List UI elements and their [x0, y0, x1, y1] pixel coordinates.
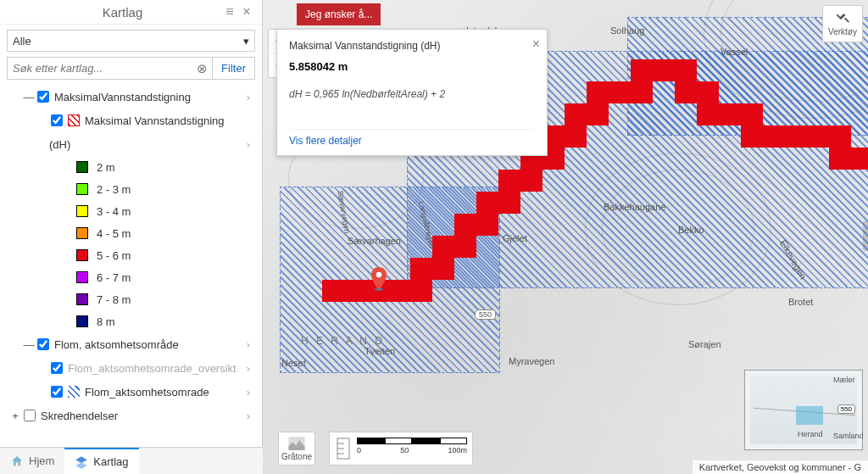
chevron-right-icon[interactable]: › [238, 386, 259, 399]
flood-cell [476, 192, 498, 214]
category-select-value: Alle [13, 35, 31, 47]
flood-cell [609, 81, 631, 103]
flood-cell [565, 125, 587, 148]
legend-swatch [76, 205, 88, 217]
layer-checkbox[interactable] [51, 386, 63, 398]
chevron-right-icon[interactable]: › [238, 91, 259, 103]
road-badge: 550 [475, 309, 496, 320]
bottom-tabs: Hjem Kartlag [0, 447, 263, 474]
i-want-to-button[interactable]: Jeg ønsker å... [297, 3, 381, 25]
tools-icon [835, 12, 850, 25]
flood-cell [697, 81, 719, 103]
layer-checkbox[interactable] [37, 91, 49, 103]
expand-icon[interactable]: + [8, 410, 22, 422]
flood-cell [388, 280, 410, 302]
flood-cell [410, 258, 432, 280]
flood-cell [498, 170, 520, 192]
scale-bar: 0 50 100m [329, 432, 473, 466]
flood-cell [741, 103, 763, 125]
place-label: Bakkehaugane [604, 202, 665, 212]
layer-checkbox[interactable] [24, 410, 36, 421]
flood-cell [807, 125, 829, 148]
place-label: Sørajen [688, 339, 721, 349]
flood-cell [829, 148, 851, 170]
collapse-icon[interactable]: — [22, 91, 36, 103]
legend-swatch [76, 271, 88, 283]
svg-point-0 [376, 272, 382, 278]
legend-item: 7 - 8 m [0, 288, 262, 310]
tab-hjem[interactable]: Hjem [0, 448, 64, 474]
layer-symbol-icon [68, 386, 80, 398]
legend-item: 2 - 3 m [0, 178, 262, 200]
layer-item-label: Flom_aktsomhetsomrade_oversikt [68, 362, 236, 375]
chevron-right-icon[interactable]: › [238, 338, 259, 351]
scale-icon [335, 435, 352, 462]
popup-details-link[interactable]: Vis flere detaljer [289, 129, 535, 147]
chevron-right-icon[interactable]: › [238, 410, 259, 422]
chevron-right-icon[interactable]: › [238, 362, 259, 375]
flood-cell [520, 170, 542, 192]
flood-cell [587, 103, 609, 125]
place-label: Gjelet [503, 233, 527, 243]
flood-cell [653, 59, 675, 81]
collapse-icon[interactable]: — [22, 338, 36, 351]
tools-button[interactable]: Verktøy [822, 5, 863, 42]
basemap-gratone[interactable]: Gråtone [278, 432, 315, 466]
layer-group-label: Flom, aktsomhetsområde [54, 338, 179, 351]
layer-checkbox[interactable] [51, 114, 63, 126]
svg-point-1 [374, 288, 384, 291]
home-icon [10, 454, 24, 468]
flood-cell [454, 236, 476, 258]
layer-checkbox[interactable] [37, 338, 49, 350]
chevron-right-icon[interactable]: › [238, 138, 259, 151]
place-label: Bekko [678, 225, 704, 235]
popup-formula: dH = 0,965 ln(NedbørfeltAreal) + 2 [289, 88, 535, 100]
flood-cell [344, 280, 366, 302]
layer-tree: — MaksimalVannstandstigning › Maksimal V… [0, 85, 262, 447]
map-attribution: Kartverket, Geovekst og kommuner - G [693, 460, 868, 474]
map-marker[interactable] [370, 267, 387, 291]
popup-close-icon[interactable]: × [532, 36, 540, 52]
legend-item: 8 m [0, 310, 262, 332]
flood-cell [697, 103, 719, 125]
flood-cell [410, 280, 432, 302]
chevron-down-icon: ▾ [243, 35, 249, 47]
menu-icon[interactable]: ≡ [221, 3, 238, 20]
place-label: Neset [281, 358, 306, 368]
flood-cell [322, 280, 344, 302]
layer-checkbox[interactable] [51, 362, 63, 374]
clear-search-icon[interactable]: ⊗ [192, 58, 212, 79]
legend-swatch [76, 183, 88, 195]
legend-label: 3 - 4 m [97, 205, 131, 218]
legend-item: 2 m [0, 156, 262, 178]
legend-label: 6 - 7 m [97, 271, 131, 284]
flood-cell [454, 214, 476, 236]
place-label: Myravegen [509, 356, 554, 366]
flood-cell [587, 81, 609, 103]
map-canvas[interactable]: Solhaug Vassel Isterdeberg Bakkehaugane … [263, 0, 868, 474]
flood-cell [631, 59, 653, 81]
flood-cell [763, 125, 785, 148]
tab-kartlag[interactable]: Kartlag [64, 448, 138, 474]
filter-button[interactable]: Filter [212, 58, 254, 79]
legend-item: 4 - 5 m [0, 222, 262, 244]
overview-map[interactable]: Mæler Herand Samland 550 [744, 370, 863, 450]
layers-icon [75, 455, 88, 469]
flood-cell [719, 103, 741, 125]
layer-symbol-icon [68, 114, 80, 126]
category-select[interactable]: Alle ▾ [7, 30, 255, 52]
flood-cell [498, 192, 520, 214]
layer-group-label: MaksimalVannstandstigning [54, 91, 191, 103]
sidebar: Kartlag ≡ × Alle ▾ ⊗ Filter — MaksimalVa… [0, 0, 263, 447]
close-panel-icon[interactable]: × [238, 3, 255, 20]
search-input[interactable] [8, 58, 192, 79]
layer-group-label: Skredhendelser [41, 410, 118, 422]
flood-cell [432, 258, 454, 280]
popup-title: Maksimal Vannstandstigning (dH) [289, 40, 535, 52]
place-label: Vassel [721, 47, 748, 57]
layer-item-suffix: (dH) [49, 138, 70, 151]
legend-swatch [76, 227, 88, 239]
flood-cell [675, 81, 697, 103]
layer-item-label: Maksimal Vannstandstigning [85, 114, 225, 127]
road-badge: 550 [837, 404, 855, 414]
